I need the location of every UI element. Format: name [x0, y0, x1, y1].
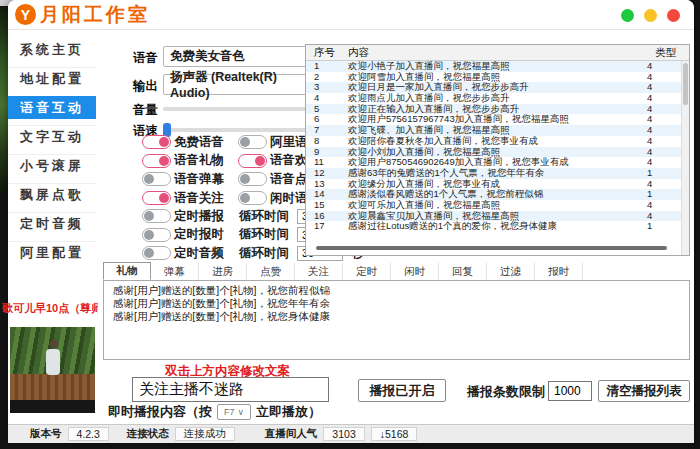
row-seq: 8	[306, 136, 344, 147]
tabstrip: 礼物弹幕进房点赞关注定时闲时回复过滤报时	[103, 263, 690, 281]
tab-7[interactable]: 回复	[439, 263, 487, 280]
toggle-knob	[144, 230, 154, 240]
maximize-button[interactable]	[644, 9, 657, 22]
sidebar-item-3[interactable]: 文字互动	[8, 125, 96, 148]
row-seq: 1	[306, 61, 344, 72]
template-line-1[interactable]: 感谢[用户]赠送的[数量]个[礼物]，祝您年年有余	[113, 297, 689, 310]
toggle-switch-4[interactable]	[142, 172, 171, 186]
row-type: 4	[647, 200, 681, 211]
row-type: 4	[647, 72, 681, 83]
app-logo-icon: Y	[15, 4, 36, 25]
template-editor[interactable]: 感谢[用户]赠送的[数量]个[礼物]，祝您前程似锦感谢[用户]赠送的[数量]个[…	[103, 281, 690, 360]
timer-toggle-0[interactable]	[142, 209, 171, 223]
popularity-label: 直播间人气	[265, 427, 318, 441]
row-type: 4	[647, 61, 681, 72]
toggle-cell-0[interactable]: 免费语音	[142, 133, 238, 152]
sidebar-item-4[interactable]: 小号滚屏	[8, 154, 96, 177]
sidebar: 系统主页地址配置语音互动文字互动小号滚屏飘屏点歌定时音频阿里配置	[8, 32, 96, 264]
speed-slider[interactable]	[163, 128, 307, 132]
tab-9[interactable]: 报时	[535, 263, 583, 280]
close-button[interactable]	[667, 9, 680, 22]
timer-toggle-1[interactable]	[142, 228, 171, 242]
row-seq: 5	[306, 104, 344, 115]
row-seq: 15	[306, 200, 344, 211]
toggle-cell-6[interactable]: 语音关注	[142, 189, 238, 208]
toggle-knob	[159, 193, 169, 203]
tab-8[interactable]: 过滤	[487, 263, 535, 280]
video-thumbnail[interactable]	[10, 327, 95, 413]
tab-0[interactable]: 礼物	[103, 262, 151, 280]
toggle-cell-2[interactable]: 语音礼物	[142, 152, 238, 171]
clear-queue-button[interactable]: 清空播报列表	[598, 380, 690, 402]
row-seq: 11	[306, 157, 344, 168]
toggle-label-0: 免费语音	[174, 134, 224, 151]
tab-5[interactable]: 定时	[343, 263, 391, 280]
hotkey-value: F7	[224, 407, 235, 417]
limit-input[interactable]	[548, 381, 592, 401]
toggle-cell-4[interactable]: 语音弹幕	[142, 170, 238, 189]
broadcast-status-button[interactable]: 播报已开启	[358, 379, 446, 402]
timer-toggle-2[interactable]	[142, 246, 171, 260]
toggle-knob	[159, 156, 169, 166]
template-line-0[interactable]: 感谢[用户]赠送的[数量]个[礼物]，祝您前程似锦	[113, 284, 689, 297]
table-row[interactable]: 12感谢63年的兔赠送的1个人气票，祝您年年有余1	[306, 168, 681, 179]
version-value: 4.2.3	[68, 427, 109, 441]
toggle-switch-0[interactable]	[142, 135, 171, 149]
template-tabbox: 礼物弹幕进房点赞关注定时闲时回复过滤报时 感谢[用户]赠送的[数量]个[礼物]，…	[103, 263, 690, 360]
toggle-switch-2[interactable]	[142, 154, 171, 168]
toggle-switch-5[interactable]	[238, 172, 267, 186]
toggle-switch-6[interactable]	[142, 191, 171, 205]
scrollbar-thumb[interactable]	[683, 63, 688, 105]
sidebar-item-7[interactable]: 阿里配置	[8, 241, 96, 264]
sidebar-item-5[interactable]: 飘屏点歌	[8, 183, 96, 206]
row-type: 1	[647, 189, 681, 200]
table-vertical-scrollbar[interactable]	[681, 61, 689, 255]
row-type: 4	[647, 147, 681, 158]
toggle-knob	[255, 156, 265, 166]
minimize-button[interactable]	[621, 9, 634, 22]
timer-label-1: 定时报时	[174, 226, 224, 243]
toggle-switch-7[interactable]	[238, 191, 267, 205]
row-seq: 12	[306, 168, 344, 179]
row-seq: 2	[306, 72, 344, 83]
hotkey-select[interactable]: F7 ∨	[217, 404, 251, 420]
timer-label-2: 定时音频	[174, 245, 224, 262]
toggle-label-4: 语音弹幕	[174, 171, 224, 188]
titlebar: Y 月阳工作室	[8, 0, 694, 30]
tab-3[interactable]: 点赞	[247, 263, 295, 280]
voice-label: 语音	[133, 50, 158, 67]
table-row[interactable]: 8欢迎陪你春夏秋冬加入直播间，祝您事业有成4	[306, 136, 681, 147]
sidebar-item-0[interactable]: 系统主页	[8, 38, 96, 61]
tab-1[interactable]: 弹幕	[151, 263, 199, 280]
output-label: 输出	[133, 78, 158, 95]
sidebar-item-2[interactable]: 语音互动	[8, 96, 96, 119]
tab-2[interactable]: 进房	[199, 263, 247, 280]
tab-6[interactable]: 闲时	[391, 263, 439, 280]
row-type: 4	[647, 104, 681, 115]
instant-broadcast-input[interactable]	[132, 377, 329, 402]
toggle-switch-3[interactable]	[238, 154, 267, 168]
header-content: 内容	[344, 46, 655, 60]
toggle-switch-1[interactable]	[238, 135, 267, 149]
row-type: 4	[647, 136, 681, 147]
app-title: 月阳工作室	[40, 2, 150, 28]
statusbar: 版本号 4.2.3 连接状态 连接成功 直播间人气 3103 ↓5168	[8, 424, 694, 443]
table-row[interactable]: 17感谢过往Lotus赠送的1个真的爱你，祝您身体健康1	[306, 221, 681, 232]
row-seq: 4	[306, 93, 344, 104]
instant-prefix: 即时播报内容（按	[108, 403, 212, 421]
video-bottom-bar	[10, 400, 95, 413]
row-type: 4	[647, 93, 681, 104]
instant-play-row: 即时播报内容（按 F7 ∨ 立即播放）	[108, 403, 321, 421]
row-seq: 6	[306, 114, 344, 125]
table-horizontal-scrollbar[interactable]	[316, 246, 667, 250]
output-select-value: 扬声器 (Realtek(R) Audio)	[170, 69, 314, 100]
sidebar-item-1[interactable]: 地址配置	[8, 67, 96, 90]
row-type: 4	[647, 114, 681, 125]
table-body: 1欢迎小艳子加入直播间，祝您福星高照42欢迎阿雪加入直播间，祝您福星高照43欢迎…	[306, 61, 681, 255]
sidebar-item-6[interactable]: 定时音频	[8, 212, 96, 235]
toggle-knob	[144, 248, 154, 258]
cycle-label-0: 循环时间	[239, 208, 289, 225]
row-seq: 13	[306, 179, 344, 190]
template-line-2[interactable]: 感谢[用户]赠送的[数量]个[礼物]，祝您身体健康	[113, 310, 689, 323]
tab-4[interactable]: 关注	[295, 263, 343, 280]
